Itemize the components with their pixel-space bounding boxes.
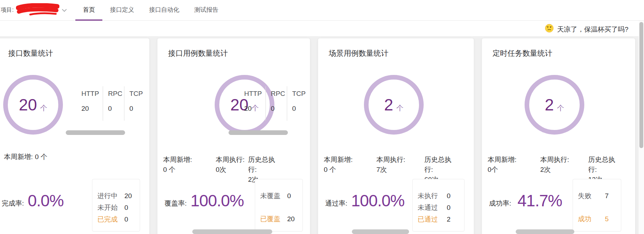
week-new-stat: 本周新增:0 个	[4, 152, 47, 162]
protocol-columns: HTTP 20 RPC 0 TCP 0	[81, 86, 145, 121]
card-title: 定时任务数量统计	[493, 48, 552, 58]
nav-tabs: 首页 接口定义 接口自动化 测试报告	[75, 0, 226, 21]
horizontal-scrollbar-thumb[interactable]	[66, 130, 125, 135]
breakdown-row: 已覆盖 20	[260, 215, 297, 223]
breakdown-row: 进行中 20	[97, 192, 135, 200]
chevron-down-icon	[62, 7, 67, 13]
breakdown-row: 未开始 0	[97, 204, 135, 212]
total-value: 2	[384, 95, 393, 114]
card-title: 接口数量统计	[8, 48, 53, 58]
protocol-column-tcp: TCP 0	[124, 86, 145, 121]
greeting-bar: 天凉了，保温杯买了吗?	[0, 21, 639, 36]
week-new-stat: 本周新增:0 个	[163, 155, 197, 175]
card-title: 接口用例数量统计	[168, 48, 228, 58]
thinking-face-emoji	[545, 24, 554, 34]
breakdown-row: 成功 5	[578, 215, 616, 223]
project-name-redacted	[16, 3, 59, 17]
project-selector[interactable]: 项目:	[0, 3, 67, 17]
vertical-scrollbar-track[interactable]	[639, 21, 644, 234]
tab-interface-definition[interactable]: 接口定义	[102, 0, 141, 21]
rate-label: 成功率:	[489, 199, 511, 208]
rate-label: 完成率:	[2, 199, 24, 208]
dashboard-cards: 接口数量统计 20 个 HTTP 20 RPC 0 TCP 0 本周新增:0 个…	[0, 38, 635, 234]
breakdown-box: 未覆盖 0 已覆盖 20	[255, 179, 303, 232]
greeting-text: 天凉了，保温杯买了吗?	[557, 25, 628, 34]
rate-value: 0.0%	[28, 191, 64, 210]
card-interface-count: 接口数量统计 20 个 HTTP 20 RPC 0 TCP 0 本周新增:0 个…	[0, 38, 150, 234]
breakdown-box: 未执行 0 未通过 0 已通过 2	[412, 179, 465, 232]
protocol-column-rpc: RPC 0	[265, 86, 287, 121]
breakdown-row: 失败 7	[578, 192, 616, 200]
rate-label: 通过率:	[325, 199, 347, 208]
protocol-column-rpc: RPC 0	[103, 86, 124, 121]
horizontal-scrollbar-thumb[interactable]	[192, 229, 272, 234]
card-scheduled-task-count: 定时任务数量统计 2 个 本周新增:0个 本周执行:2次 历史总执行:12次 成…	[482, 38, 635, 234]
week-exec-stat: 本周执行:7次	[376, 155, 408, 175]
breakdown-box: 进行中 20 未开始 0 已完成 0	[92, 179, 140, 232]
total-unit: 个	[396, 103, 403, 113]
breakdown-row: 未通过 0	[418, 204, 459, 212]
protocol-columns: HTTP 20 RPC 0 TCP 0	[243, 86, 308, 121]
tab-interface-automation[interactable]: 接口自动化	[141, 0, 187, 21]
total-unit: 个	[557, 103, 564, 113]
rate-value: 41.7%	[517, 191, 562, 210]
tab-test-report[interactable]: 测试报告	[187, 0, 226, 21]
week-exec-stat: 本周执行:2次	[540, 155, 572, 175]
total-unit: 个	[40, 103, 47, 113]
tab-home[interactable]: 首页	[75, 0, 102, 21]
protocol-column-http: HTTP 20	[243, 86, 265, 121]
week-new-stat: 本周新增:0个	[488, 155, 521, 175]
card-scene-case-count: 场景用例数量统计 2 个 本周新增:0 个 本周执行:7次 历史总执行:60次 …	[318, 38, 474, 234]
breakdown-row: 已通过 2	[418, 216, 459, 223]
total-value: 20	[19, 95, 37, 114]
horizontal-scrollbar-thumb[interactable]	[516, 229, 574, 234]
horizontal-scrollbar-thumb[interactable]	[352, 229, 409, 234]
protocol-column-tcp: TCP 0	[287, 86, 308, 121]
week-exec-stat: 本周执行:0次	[216, 155, 248, 175]
rate-value: 100.0%	[351, 191, 404, 210]
redaction-scribble	[16, 3, 59, 16]
project-label: 项目:	[1, 6, 14, 14]
card-interface-case-count: 接口用例数量统计 20 个 HTTP 20 RPC 0 TCP 0 本周新增:0…	[157, 38, 310, 234]
breakdown-box: 失败 7 成功 5	[573, 179, 621, 232]
breakdown-row: 已完成 0	[97, 216, 135, 223]
card-title: 场景用例数量统计	[329, 48, 388, 58]
total-value: 2	[545, 95, 554, 114]
protocol-column-http: HTTP 20	[81, 86, 103, 121]
week-new-stat: 本周新增:0 个	[324, 155, 358, 175]
breakdown-row: 未执行 0	[418, 192, 459, 200]
breakdown-row: 未覆盖 0	[260, 192, 297, 200]
task-total-ring-chart: 2 个	[525, 75, 584, 135]
top-nav-bar: 项目: 首页 接口定义 接口自动化 测试报告	[0, 0, 644, 21]
rate-value: 100.0%	[190, 191, 244, 210]
vertical-scrollbar-thumb[interactable]	[639, 22, 643, 148]
rate-label: 覆盖率:	[165, 199, 187, 208]
interface-total-ring-chart: 20 个	[3, 75, 63, 135]
scene-total-ring-chart: 2 个	[364, 75, 424, 135]
horizontal-scrollbar-thumb[interactable]	[229, 130, 288, 135]
